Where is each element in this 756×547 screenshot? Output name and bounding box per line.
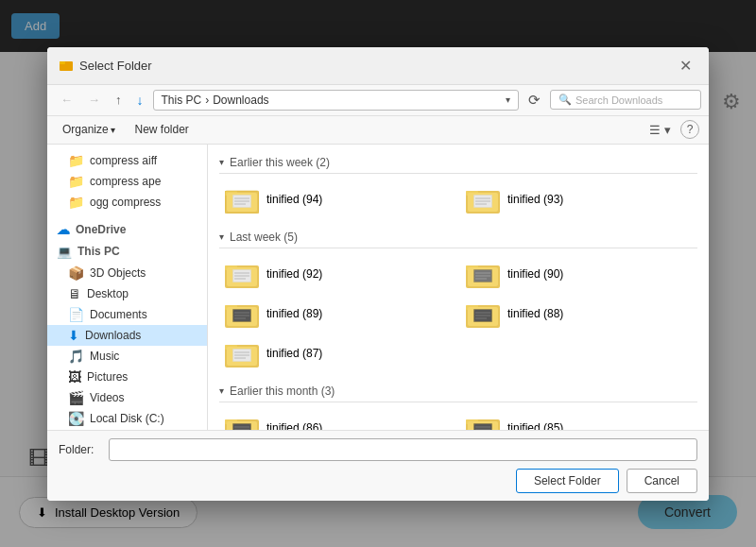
file-area: ▾ Earlier this week (2): [208, 145, 709, 430]
sidebar-item-onedrive[interactable]: ☁ OneDrive: [47, 218, 207, 241]
folder-input[interactable]: [109, 438, 697, 461]
folder-icon: 📁: [68, 174, 84, 189]
file-item-tinified-92[interactable]: tinified (92): [219, 256, 456, 292]
folder-icon-svg: [466, 299, 500, 328]
folder-icon: 📁: [68, 153, 84, 168]
section-toggle[interactable]: ▾: [219, 231, 224, 242]
organize-button[interactable]: Organize: [57, 120, 121, 139]
section-toggle[interactable]: ▾: [219, 385, 224, 396]
sidebar-item-local-disk[interactable]: 💽 Local Disk (C:): [47, 408, 207, 429]
file-label: tinified (85): [507, 421, 563, 430]
folder-icon: 📁: [68, 195, 84, 210]
breadcrumb-downloads: Downloads: [213, 94, 268, 107]
section-toggle[interactable]: ▾: [219, 157, 224, 167]
section-earlier-this-month[interactable]: ▾ Earlier this month (3): [219, 385, 697, 402]
file-grid-last-week: tinified (92) tinifi: [219, 256, 697, 371]
breadcrumb-sep1: ›: [205, 94, 209, 107]
file-item-tinified-94[interactable]: tinified (94): [219, 181, 456, 217]
file-item-tinified-93[interactable]: tinified (93): [460, 181, 697, 217]
breadcrumb-bar[interactable]: This PC › Downloads ▾: [153, 90, 520, 111]
back-button[interactable]: ←: [55, 90, 78, 110]
sidebar-label: Documents: [90, 308, 147, 321]
breadcrumb-pc: This PC: [162, 94, 202, 107]
videos-icon: 🎬: [68, 390, 84, 405]
3d-icon: 📦: [68, 265, 84, 281]
folder-icon-svg: [225, 339, 259, 368]
music-icon: 🎵: [68, 349, 84, 364]
onedrive-icon: ☁: [57, 222, 70, 237]
dialog-actionbar: Organize New folder ☰ ▾ ?: [47, 116, 709, 145]
sidebar-label: Downloads: [85, 329, 141, 342]
sidebar-item-compress-aiff[interactable]: 📁 compress aiff: [47, 150, 207, 171]
pictures-icon: 🖼: [68, 369, 81, 385]
file-label: tinified (89): [266, 307, 322, 320]
dialog-title-left: Select Folder: [59, 58, 152, 73]
file-item-tinified-88[interactable]: tinified (88): [460, 296, 697, 332]
dialog-toolbar: ← → ↑ ↓ This PC › Downloads ▾ ⟳ 🔍 Search…: [47, 85, 709, 116]
sidebar-item-3d-objects[interactable]: 📦 3D Objects: [47, 263, 207, 283]
breadcrumb-dropdown-button[interactable]: ▾: [506, 94, 510, 105]
help-button[interactable]: ?: [680, 120, 699, 139]
file-item-tinified-85[interactable]: tinified (85): [460, 410, 697, 430]
view-button[interactable]: ☰ ▾: [644, 120, 677, 140]
dialog-footer: Folder: Select Folder Cancel: [47, 430, 709, 501]
forward-button[interactable]: →: [82, 90, 106, 110]
cancel-button[interactable]: Cancel: [627, 469, 697, 493]
folder-icon-svg: [466, 185, 500, 214]
svg-rect-1: [60, 61, 65, 64]
downloads-icon: ⬇: [68, 328, 79, 343]
folder-icon-svg: [225, 414, 259, 430]
refresh-button[interactable]: ⟳: [523, 89, 546, 111]
folder-icon-svg: [225, 185, 259, 214]
folder-icon-svg: [466, 260, 500, 288]
sidebar-label: OneDrive: [76, 223, 126, 236]
action-left: Organize New folder: [57, 120, 195, 139]
sidebar-item-pictures[interactable]: 🖼 Pictures: [47, 367, 207, 387]
file-item-tinified-89[interactable]: tinified (89): [219, 296, 456, 332]
dialog-close-button[interactable]: ✕: [674, 55, 697, 77]
sidebar-item-music[interactable]: 🎵 Music: [47, 346, 207, 367]
sidebar-label: Music: [90, 350, 119, 363]
section-label: Last week (5): [230, 231, 298, 244]
up-button[interactable]: ↑: [110, 90, 128, 110]
dialog-title-text: Select Folder: [79, 59, 152, 73]
sidebar: 📁 compress aiff 📁 compress ape 📁 ogg com…: [47, 145, 208, 430]
sidebar-item-downloads[interactable]: ⬇ Downloads: [47, 325, 207, 346]
dialog-content: 📁 compress aiff 📁 compress ape 📁 ogg com…: [47, 145, 709, 430]
file-label: tinified (90): [507, 267, 563, 281]
select-folder-button[interactable]: Select Folder: [516, 469, 619, 493]
sidebar-item-documents[interactable]: 📄 Documents: [47, 304, 207, 325]
file-label: tinified (92): [266, 267, 322, 281]
new-folder-button[interactable]: New folder: [129, 120, 194, 139]
file-grid-earlier-month: tinified (86) tinifi: [219, 410, 697, 430]
section-label: Earlier this month (3): [230, 385, 335, 398]
search-bar: 🔍 Search Downloads: [550, 90, 701, 110]
download-nav-button[interactable]: ↓: [131, 90, 149, 111]
sidebar-item-videos[interactable]: 🎬 Videos: [47, 387, 207, 408]
disk-icon: 💽: [68, 411, 84, 426]
sidebar-label: Local Disk (C:): [90, 412, 164, 425]
sidebar-label: Desktop: [87, 287, 129, 300]
sidebar-label: Videos: [90, 391, 124, 404]
dialog-titlebar: Select Folder ✕: [47, 47, 709, 85]
folder-icon-svg: [225, 299, 259, 328]
file-grid-earlier-week: tinified (94) tinifi: [219, 181, 697, 217]
action-right: ☰ ▾ ?: [644, 120, 699, 140]
file-item-tinified-90[interactable]: tinified (90): [460, 256, 697, 292]
folder-icon-svg: [466, 414, 500, 430]
file-label: tinified (86): [266, 421, 322, 430]
file-item-tinified-87[interactable]: tinified (87): [219, 335, 456, 371]
sidebar-label: compress ape: [90, 175, 161, 188]
file-item-tinified-86[interactable]: tinified (86): [219, 410, 456, 430]
section-last-week[interactable]: ▾ Last week (5): [219, 231, 697, 248]
sidebar-item-compress-ape[interactable]: 📁 compress ape: [47, 171, 207, 192]
sidebar-item-ogg-compress[interactable]: 📁 ogg compress: [47, 192, 207, 213]
view-icon: ☰: [649, 123, 661, 137]
section-earlier-this-week[interactable]: ▾ Earlier this week (2): [219, 156, 697, 174]
file-label: tinified (87): [266, 347, 322, 360]
sidebar-item-this-pc[interactable]: 💻 This PC: [47, 241, 207, 263]
sidebar-label: Pictures: [87, 370, 128, 384]
sidebar-item-desktop[interactable]: 🖥 Desktop: [47, 283, 207, 304]
sidebar-label: compress aiff: [90, 154, 157, 167]
sidebar-label: This PC: [77, 245, 120, 258]
